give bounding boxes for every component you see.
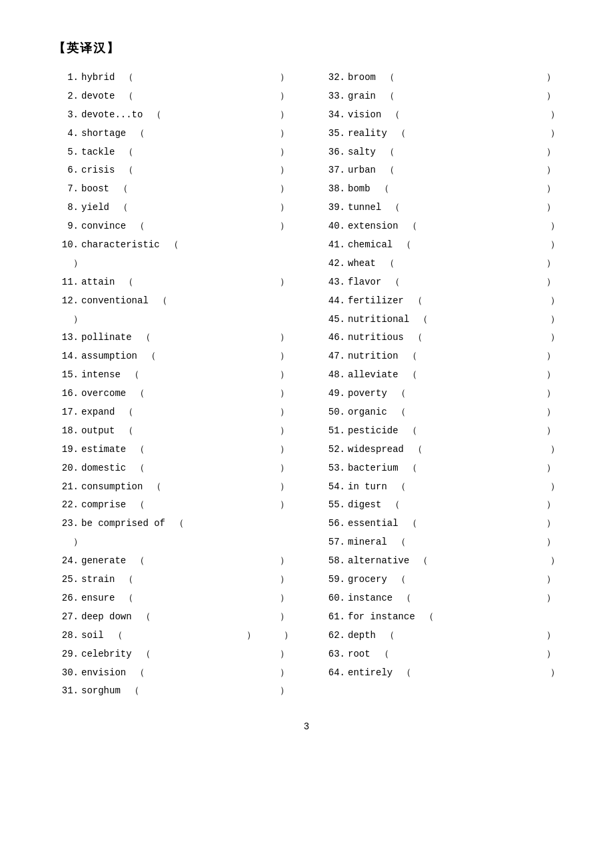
list-item: 46. nutritious （ ）: [320, 329, 560, 347]
list-item: 30. envision （ ）: [53, 665, 293, 682]
list-item: 60. instance （ ）: [320, 590, 560, 607]
list-item: 25. strain （ ）: [53, 571, 293, 589]
list-item: 18. output （ ）: [53, 423, 293, 440]
list-item: 24. generate （ ）: [53, 553, 293, 570]
list-item: 7. boost （ ）: [53, 181, 293, 198]
list-item: 48. alleviate （ ）: [320, 367, 560, 384]
list-item: 28. soil （ ） ）: [53, 627, 293, 645]
list-item: 13. pollinate （ ）: [53, 329, 293, 347]
list-item: 50. organic （ ）: [320, 404, 560, 421]
list-item: 16. overcome （ ）: [53, 385, 293, 403]
list-item: 10. characteristic （: [53, 237, 293, 254]
list-item: 62. depth （ ）: [320, 627, 560, 645]
list-item: 21. consumption （ ）: [53, 479, 293, 496]
list-item: 44. fertilizer （ ）: [320, 293, 560, 310]
list-item-continuation: ）: [53, 255, 293, 273]
left-column: 1. hybrid （ ） 2. devote （ ） 3. devote...…: [53, 69, 306, 701]
list-item: 45. nutritional （ ）: [320, 311, 560, 329]
list-item: 23. be comprised of （: [53, 515, 293, 533]
list-item: 40. extension （ ）: [320, 218, 560, 235]
list-item: 51. pesticide （ ）: [320, 423, 560, 440]
list-item: 43. flavor （ ）: [320, 274, 560, 291]
list-item: 56. essential （ ）: [320, 515, 560, 533]
list-item: 57. mineral （ ）: [320, 534, 560, 551]
list-item: 15. intense （ ）: [53, 367, 293, 384]
list-item: 31. sorghum （ ）: [53, 683, 293, 700]
list-item: 54. in turn （ ）: [320, 479, 560, 496]
list-item: 4. shortage （ ）: [53, 125, 293, 143]
list-item: 14. assumption （ ）: [53, 348, 293, 365]
list-item: 34. vision （ ）: [320, 107, 560, 124]
list-item: 12. conventional （: [53, 293, 293, 310]
list-item: 59. grocery （ ）: [320, 571, 560, 589]
list-item: 37. urban （ ）: [320, 162, 560, 179]
list-item: 27. deep down （ ）: [53, 609, 293, 626]
list-item: 8. yield （ ）: [53, 199, 293, 217]
list-item: 41. chemical （ ）: [320, 237, 560, 254]
list-item: 42. wheat （ ）: [320, 255, 560, 273]
list-item: 53. bacterium （ ）: [320, 460, 560, 477]
list-item: 32. broom （ ）: [320, 69, 560, 87]
list-item: 29. celebrity （ ）: [53, 646, 293, 663]
list-item: 6. crisis （ ）: [53, 162, 293, 179]
list-item: 52. widespread （ ）: [320, 441, 560, 459]
list-item: 9. convince （ ）: [53, 218, 293, 235]
list-item: 58. alternative （ ）: [320, 553, 560, 570]
list-item: 17. expand （ ）: [53, 404, 293, 421]
list-item: 20. domestic （ ）: [53, 460, 293, 477]
list-item: 63. root （ ）: [320, 646, 560, 663]
list-item: 33. grain （ ）: [320, 88, 560, 105]
list-item: 47. nutrition （ ）: [320, 348, 560, 365]
list-item: 49. poverty （ ）: [320, 385, 560, 403]
page-number: 3: [53, 721, 560, 732]
right-column: 32. broom （ ） 33. grain （ ） 34. vision （…: [306, 69, 560, 701]
list-item: 35. reality （ ）: [320, 125, 560, 143]
list-item: 39. tunnel （ ）: [320, 199, 560, 217]
list-item: 19. estimate （ ）: [53, 441, 293, 459]
list-item: 1. hybrid （ ）: [53, 69, 293, 87]
list-item: 2. devote （ ）: [53, 88, 293, 105]
list-item: 36. salty （ ）: [320, 144, 560, 161]
list-item-continuation: ）: [53, 534, 293, 551]
page-header: 【英译汉】: [53, 40, 560, 56]
list-item: 11. attain （ ）: [53, 274, 293, 291]
list-item-continuation: ）: [53, 311, 293, 329]
list-item: 5. tackle （ ）: [53, 144, 293, 161]
list-item: 38. bomb （ ）: [320, 181, 560, 198]
list-item: 22. comprise （ ）: [53, 497, 293, 514]
list-item: 64. entirely （ ）: [320, 665, 560, 682]
list-item: 61. for instance （: [320, 609, 560, 626]
list-item: 26. ensure （ ）: [53, 590, 293, 607]
list-item: 55. digest （ ）: [320, 497, 560, 514]
list-item: 3. devote...to （ ）: [53, 107, 293, 124]
